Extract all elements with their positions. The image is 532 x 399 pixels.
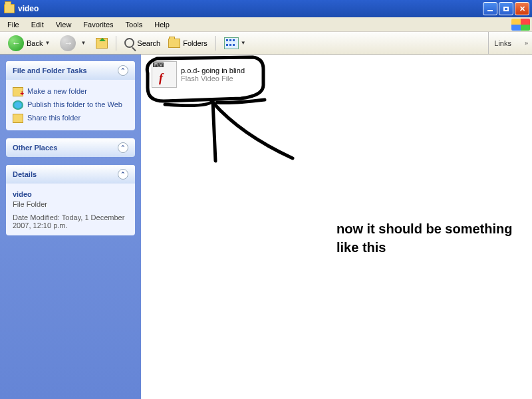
content-pane[interactable]: f p.o.d- going in blind Flash Video File… — [141, 55, 532, 399]
views-button[interactable]: ▼ — [220, 35, 252, 52]
links-label: Links — [494, 39, 511, 47]
forward-arrow-icon: → — [60, 35, 76, 51]
new-folder-icon — [13, 87, 23, 96]
folders-icon — [168, 39, 180, 48]
panel-title: Details — [13, 170, 37, 178]
up-button[interactable] — [92, 35, 112, 51]
file-text: p.o.d- going in blind Flash Video File — [181, 66, 245, 82]
menu-help[interactable]: Help — [148, 19, 176, 31]
search-label: Search — [137, 39, 160, 47]
file-folder-tasks-panel: File and Folder Tasks ⌃ Make a new folde… — [6, 61, 135, 130]
close-button[interactable]: ✕ — [515, 2, 529, 15]
task-new-folder[interactable]: Make a new folder — [13, 85, 128, 98]
menu-tools[interactable]: Tools — [120, 19, 149, 31]
menu-edit[interactable]: Edit — [25, 19, 50, 31]
menu-favorites[interactable]: Favorites — [77, 19, 119, 31]
chevron-down-icon: ▼ — [43, 40, 52, 46]
workspace: File and Folder Tasks ⌃ Make a new folde… — [0, 55, 532, 399]
other-places-panel: Other Places ⌃ — [6, 138, 135, 157]
details-modified: Date Modified: Today, 1 December 2007, 1… — [13, 213, 128, 230]
separator — [116, 36, 116, 51]
task-label: Make a new folder — [27, 87, 87, 95]
search-icon — [124, 38, 134, 48]
maximize-button[interactable] — [499, 2, 513, 15]
file-item[interactable]: f p.o.d- going in blind Flash Video File — [152, 61, 245, 88]
links-bar[interactable]: Links » — [488, 32, 528, 54]
collapse-icon: ⌃ — [118, 142, 128, 153]
collapse-icon: ⌃ — [118, 65, 128, 76]
forward-button[interactable]: → ▼ — [56, 33, 92, 54]
sidebar: File and Folder Tasks ⌃ Make a new folde… — [0, 55, 141, 399]
task-label: Publish this folder to the Web — [27, 100, 122, 108]
chevron-right-icon: » — [525, 40, 528, 47]
title-bar: video ✕ — [0, 0, 532, 17]
folder-icon — [4, 4, 15, 13]
panel-title: File and Folder Tasks — [13, 66, 87, 74]
panel-heading[interactable]: Other Places ⌃ — [6, 138, 135, 157]
back-button[interactable]: ← Back ▼ — [4, 33, 56, 54]
task-label: Share this folder — [27, 114, 80, 122]
file-type: Flash Video File — [181, 74, 245, 82]
back-arrow-icon: ← — [8, 35, 24, 51]
menu-bar: File Edit View Favorites Tools Help — [0, 17, 532, 32]
details-panel: Details ⌃ video File Folder Date Modifie… — [6, 165, 135, 235]
views-icon — [224, 37, 239, 49]
search-button[interactable]: Search — [120, 35, 164, 51]
panel-body: Make a new folder Publish this folder to… — [6, 80, 135, 130]
windows-logo-icon — [511, 19, 530, 31]
annotation-line1: now it should be something — [336, 219, 512, 238]
back-label: Back — [27, 39, 43, 47]
chevron-down-icon: ▼ — [239, 40, 248, 46]
up-folder-icon — [96, 38, 108, 49]
menu-file[interactable]: File — [1, 19, 25, 31]
annotation-text: now it should be something like this — [336, 219, 512, 257]
details-folder-type: File Folder — [13, 200, 128, 209]
file-name: p.o.d- going in blind — [181, 66, 245, 74]
folders-label: Folders — [183, 39, 207, 47]
share-folder-icon — [13, 114, 23, 123]
window-title: video — [18, 4, 481, 13]
task-share-folder[interactable]: Share this folder — [13, 112, 128, 125]
globe-icon — [13, 100, 23, 110]
menu-view[interactable]: View — [50, 19, 78, 31]
panel-title: Other Places — [13, 144, 57, 152]
minimize-button[interactable] — [483, 2, 497, 15]
panel-heading[interactable]: Details ⌃ — [6, 165, 135, 184]
folders-button[interactable]: Folders — [164, 36, 211, 51]
toolbar: ← Back ▼ → ▼ Search Folders ▼ Links » — [0, 32, 532, 55]
chevron-down-icon: ▼ — [78, 40, 88, 46]
annotation-line2: like this — [336, 238, 512, 257]
panel-body: video File Folder Date Modified: Today, … — [6, 184, 135, 235]
collapse-icon: ⌃ — [118, 169, 128, 180]
details-folder-name: video — [13, 189, 128, 200]
panel-heading[interactable]: File and Folder Tasks ⌃ — [6, 61, 135, 80]
separator — [215, 36, 216, 51]
task-publish-web[interactable]: Publish this folder to the Web — [13, 98, 128, 112]
flv-file-icon: f — [152, 61, 177, 88]
